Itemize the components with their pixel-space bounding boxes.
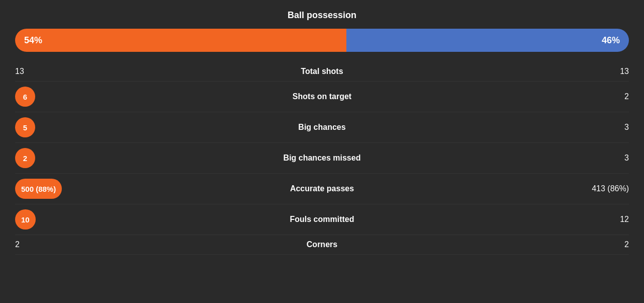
stat-left-0: 13 (15, 67, 116, 76)
possession-left-bar: 54% (15, 29, 346, 52)
possession-right-bar: 46% (346, 29, 629, 52)
stat-left-3: 2 (15, 148, 116, 168)
left-badge-4: 500 (88%) (15, 179, 62, 199)
stat-label-4: Accurate passes (116, 184, 528, 193)
stat-left-2: 5 (15, 117, 116, 137)
stat-label-3: Big chances missed (116, 154, 528, 163)
stat-label-6: Corners (116, 240, 528, 249)
stat-left-5: 10 (15, 209, 116, 230)
stat-right-3: 3 (528, 154, 629, 163)
possession-left-value: 54% (24, 35, 42, 46)
stat-row: 500 (88%)Accurate passes413 (86%) (15, 174, 629, 204)
stat-left-6: 2 (15, 240, 116, 249)
section-title: Ball possession (15, 10, 629, 21)
stat-left-4: 500 (88%) (15, 179, 116, 199)
left-badge-1: 6 (15, 87, 35, 107)
stat-row: 2Corners2 (15, 235, 629, 255)
stats-table: 13Total shots136Shots on target25Big cha… (15, 62, 629, 255)
right-value-4: 413 (86%) (592, 184, 629, 193)
left-value-6: 2 (15, 240, 20, 249)
stat-row: 10Fouls committed12 (15, 204, 629, 235)
stat-right-5: 12 (528, 215, 629, 224)
stat-left-1: 6 (15, 87, 116, 107)
left-badge-5: 10 (15, 209, 36, 230)
right-value-3: 3 (624, 154, 629, 163)
right-value-1: 2 (624, 92, 629, 101)
stat-right-2: 3 (528, 123, 629, 132)
right-value-2: 3 (624, 123, 629, 132)
stat-label-1: Shots on target (116, 92, 528, 101)
right-value-0: 13 (620, 67, 629, 76)
stat-label-5: Fouls committed (116, 215, 528, 224)
stat-row: 13Total shots13 (15, 62, 629, 82)
right-value-6: 2 (624, 240, 629, 249)
possession-bar: 54% 46% (15, 29, 629, 52)
stat-row: 5Big chances3 (15, 112, 629, 143)
stat-right-6: 2 (528, 240, 629, 249)
stat-right-1: 2 (528, 92, 629, 101)
left-badge-2: 5 (15, 117, 35, 137)
stat-right-0: 13 (528, 67, 629, 76)
stat-right-4: 413 (86%) (528, 184, 629, 193)
stat-label-2: Big chances (116, 123, 528, 132)
right-value-5: 12 (620, 215, 629, 224)
stat-row: 6Shots on target2 (15, 82, 629, 112)
left-badge-3: 2 (15, 148, 35, 168)
stat-label-0: Total shots (116, 67, 528, 76)
possession-right-value: 46% (602, 35, 620, 46)
left-value-0: 13 (15, 67, 24, 76)
stat-row: 2Big chances missed3 (15, 143, 629, 174)
